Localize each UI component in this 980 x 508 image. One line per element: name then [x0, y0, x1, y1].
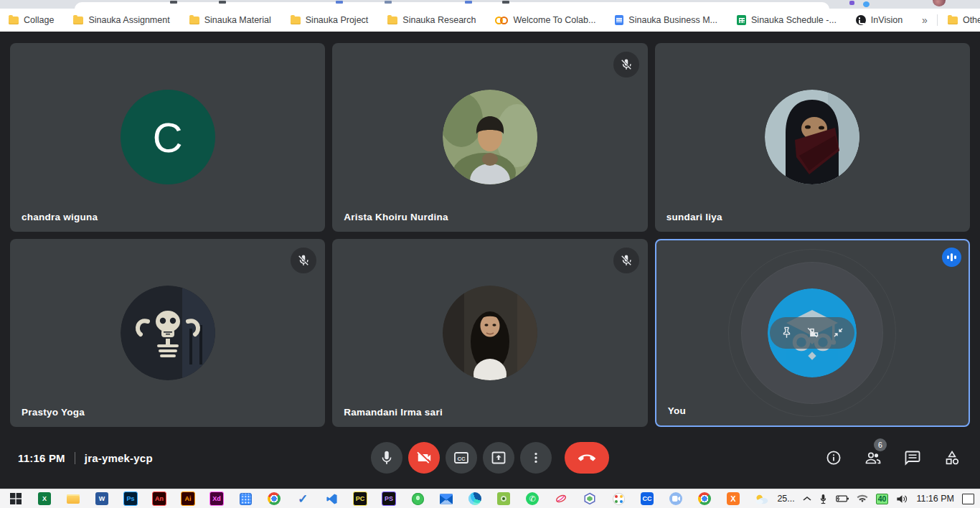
profile-avatar[interactable]: [933, 0, 946, 6]
hexagon-app-icon[interactable]: [575, 489, 604, 508]
bookmark-label: Sinauka Material: [204, 15, 271, 25]
edge-icon[interactable]: [461, 489, 489, 508]
red-swirl-app-icon[interactable]: [547, 489, 575, 508]
todo-check-icon[interactable]: ✓: [288, 489, 317, 508]
start-button[interactable]: [1, 489, 30, 508]
divider: [75, 452, 75, 464]
bookmark-label: Sinauka Research: [402, 15, 476, 25]
bookmark-sinauka-research[interactable]: Sinauka Research: [387, 15, 476, 25]
bookmark-invision[interactable]: InVision: [856, 15, 903, 25]
bookmark-sinauka-assignment[interactable]: Sinauka Assignment: [73, 15, 169, 25]
avatar-photo: [121, 286, 215, 380]
participant-tile-ramandani[interactable]: Ramandani Irma sari: [332, 239, 647, 428]
participant-tile-arista[interactable]: Arista Khoiru Nurdina: [332, 43, 647, 232]
address-bar[interactable]: [75, 2, 829, 9]
mail-icon[interactable]: [432, 489, 461, 508]
microphone-button[interactable]: [371, 442, 402, 474]
system-tray: 25... 40 11:16 PM: [755, 494, 980, 504]
participant-name: chandra wiguna: [22, 212, 98, 222]
android-camera-icon[interactable]: [489, 489, 518, 508]
folder-icon: [9, 17, 19, 24]
word-icon[interactable]: W: [88, 489, 116, 508]
more-options-button[interactable]: [520, 442, 552, 474]
file-explorer-icon[interactable]: [59, 489, 88, 508]
other-bookmarks[interactable]: Other bookmarks: [948, 15, 980, 25]
taskbar-clock[interactable]: 11:16 PM: [916, 494, 954, 504]
mic-muted-indicator: [613, 248, 639, 273]
bookmarks-overflow-chevron[interactable]: »: [922, 14, 927, 26]
participant-tile-you[interactable]: You: [655, 239, 970, 428]
meeting-code: jra-ymek-ycp: [85, 452, 153, 464]
present-screen-button[interactable]: [483, 442, 514, 474]
bookmark-label: Sinauka Assignment: [88, 15, 169, 25]
extension-icon[interactable]: [849, 1, 854, 5]
camera-off-button[interactable]: [408, 442, 440, 474]
tray-expand-chevron[interactable]: [803, 495, 811, 502]
excel-icon[interactable]: X: [30, 489, 59, 508]
bookmark-label: Sinauka Business M...: [628, 15, 717, 25]
participant-tile-chandra-wiguna[interactable]: C chandra wiguna: [10, 43, 325, 232]
participant-tile-sundari-liya[interactable]: sundari liya: [655, 43, 970, 232]
tray-microphone-icon[interactable]: [819, 494, 827, 504]
phpstorm-icon[interactable]: PS: [374, 489, 403, 508]
pinwheel-app-icon[interactable]: [604, 489, 633, 508]
creative-cloud-icon[interactable]: CC: [633, 489, 661, 508]
bookmarks-bar: Collage Sinauka Assignment Sinauka Mater…: [0, 9, 980, 32]
address-text-fragment: [170, 1, 177, 4]
address-text-fragment: [336, 1, 343, 4]
participant-name: Prastyo Yoga: [22, 407, 85, 418]
speaker-icon[interactable]: [896, 494, 908, 504]
meeting-details-button[interactable]: [825, 449, 842, 466]
address-text-fragment: [502, 1, 509, 4]
avatar-photo: [765, 90, 859, 184]
folder-icon: [387, 17, 397, 24]
address-text-fragment: [385, 1, 392, 4]
bookmark-sinauka-business[interactable]: Sinauka Business M...: [615, 15, 717, 25]
network-level-badge[interactable]: 40: [876, 494, 889, 504]
animate-icon[interactable]: An: [145, 489, 174, 508]
weather-icon[interactable]: [755, 494, 769, 504]
visual-studio-code-icon[interactable]: [317, 489, 346, 508]
zoom-icon[interactable]: [661, 489, 690, 508]
chat-button[interactable]: [904, 449, 921, 466]
extension-icon[interactable]: [863, 1, 870, 7]
bookmark-sinauka-project[interactable]: Sinauka Project: [291, 15, 369, 25]
illustrator-icon[interactable]: Ai: [174, 489, 202, 508]
browser-toolbar-strip: [0, 0, 980, 9]
folder-icon: [189, 17, 199, 24]
bookmark-sinauka-schedule[interactable]: Sinauka Schedule -...: [737, 15, 837, 25]
calendar-icon[interactable]: [231, 489, 260, 508]
activities-button[interactable]: [943, 449, 961, 466]
bookmark-collage[interactable]: Collage: [9, 15, 54, 25]
captions-button[interactable]: CC: [446, 442, 477, 474]
windows-taskbar: X W Ps An Ai Xd ✓ PC: [0, 489, 980, 508]
cc-glyph: CC: [458, 456, 466, 462]
avatar-initial: C: [121, 90, 215, 184]
minimize-tile-button[interactable]: [829, 324, 847, 342]
participant-tile-prastyo-yoga[interactable]: Prastyo Yoga: [10, 239, 325, 428]
google-meet-app: C chandra wiguna: [0, 32, 980, 489]
participants-button[interactable]: 6: [864, 449, 882, 466]
android-emulator-icon[interactable]: [403, 489, 432, 508]
bookmark-sinauka-material[interactable]: Sinauka Material: [189, 15, 271, 25]
action-center-icon[interactable]: [962, 494, 974, 504]
chrome-icon[interactable]: [260, 489, 288, 508]
leave-call-button[interactable]: [565, 442, 609, 474]
pin-tile-button[interactable]: [778, 324, 795, 342]
bookmark-label: InVision: [871, 15, 903, 25]
meet-window: Collage Sinauka Assignment Sinauka Mater…: [0, 0, 980, 508]
chrome-active-icon[interactable]: [690, 489, 719, 508]
bookmark-welcome-to-colab[interactable]: Welcome To Colab...: [495, 15, 595, 25]
adobe-xd-icon[interactable]: Xd: [202, 489, 231, 508]
weather-temperature[interactable]: 25...: [777, 494, 794, 504]
remove-from-grid-button[interactable]: [804, 324, 821, 342]
bookmark-label: Sinauka Schedule -...: [751, 15, 837, 25]
pycharm-icon[interactable]: PC: [346, 489, 374, 508]
xampp-icon[interactable]: X: [719, 489, 748, 508]
bookmark-label: Sinauka Project: [306, 15, 369, 25]
wifi-icon[interactable]: [857, 494, 868, 503]
avatar-letter: C: [153, 113, 183, 161]
whatsapp-icon[interactable]: ✆: [518, 489, 547, 508]
photoshop-icon[interactable]: Ps: [116, 489, 145, 508]
battery-icon[interactable]: [835, 494, 849, 503]
